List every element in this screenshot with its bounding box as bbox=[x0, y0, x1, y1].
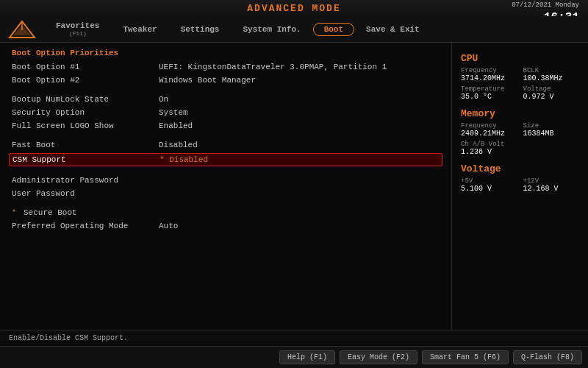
hw-value: 0.972 V bbox=[523, 93, 580, 101]
hw-cell: Temperature35.0 °C bbox=[461, 85, 517, 104]
nav-item-system-info-[interactable]: System Info. bbox=[231, 24, 312, 35]
hw-section-title-memory: Memory bbox=[461, 108, 579, 119]
row-value: Enabled bbox=[159, 121, 193, 130]
nav-label: System Info. bbox=[243, 25, 301, 34]
hw-cell: Voltage0.972 V bbox=[523, 85, 580, 104]
boot-section-title: Boot Option Priorities bbox=[12, 49, 440, 57]
nav-sub: (F11) bbox=[69, 30, 87, 37]
mode-title: ADVANCED MODE bbox=[247, 3, 340, 14]
bottom-buttons: Help (F1)Easy Mode (F2)Smart Fan 5 (F6)Q… bbox=[279, 350, 582, 364]
nav-label: Save & Exit bbox=[366, 25, 420, 34]
bios-row-7: Fast BootDisabled bbox=[12, 138, 440, 152]
row-label: User Password bbox=[12, 189, 159, 198]
hardware-sections: CPUFrequency3714.20MHzBCLK100.38MHzTempe… bbox=[461, 53, 579, 196]
aorus-logo bbox=[6, 18, 38, 40]
hw-label: Frequency bbox=[461, 122, 517, 130]
bottom-btn-2[interactable]: Smart Fan 5 (F6) bbox=[422, 350, 509, 364]
row-value: On bbox=[159, 95, 168, 104]
spacer-row bbox=[12, 168, 440, 174]
bios-row-11: User Password bbox=[12, 187, 440, 200]
hw-section-title-voltage: Voltage bbox=[461, 163, 579, 174]
hw-label: Temperature bbox=[461, 85, 517, 93]
row-value: * Disabled bbox=[159, 155, 208, 164]
hw-grid-memory: Frequency2409.21MHzSize16384MBCh A/B Vol… bbox=[461, 122, 579, 159]
bios-row-1: Boot Option #2Windows Boot Manager bbox=[12, 74, 440, 87]
nav-item-favorites[interactable]: Favorites(F11) bbox=[44, 20, 111, 38]
hw-label: Voltage bbox=[523, 85, 580, 93]
nav-item-tweaker[interactable]: Tweaker bbox=[111, 24, 168, 35]
row-value: Windows Boot Manager bbox=[159, 76, 256, 85]
bios-row-4: Security OptionSystem bbox=[12, 106, 440, 119]
bios-row-8[interactable]: CSM Support* Disabled bbox=[9, 153, 442, 166]
row-label: CSM Support bbox=[12, 155, 159, 164]
bottom-btn-0[interactable]: Help (F1) bbox=[279, 350, 335, 364]
row-value: UEFI: KingstonDataTraveler 3.0PMAP, Part… bbox=[159, 63, 387, 71]
spacer-row bbox=[12, 87, 440, 93]
bios-row-0: Boot Option #1UEFI: KingstonDataTraveler… bbox=[12, 60, 440, 74]
hw-label: Size bbox=[523, 122, 580, 130]
hw-cell: +5V5.100 V bbox=[461, 177, 517, 196]
left-panel: Boot Option Priorities Boot Option #1UEF… bbox=[0, 43, 452, 330]
status-text: Enable/Disable CSM Support. bbox=[9, 334, 128, 342]
bios-row-13: * Secure Boot bbox=[12, 206, 440, 219]
hw-value: 35.0 °C bbox=[461, 93, 517, 101]
row-label: Boot Option #2 bbox=[12, 76, 159, 85]
bottom-bar: Help (F1)Easy Mode (F2)Smart Fan 5 (F6)Q… bbox=[0, 346, 588, 368]
hw-grid-cpu: Frequency3714.20MHzBCLK100.38MHzTemperat… bbox=[461, 67, 579, 104]
row-label: Administrator Password bbox=[12, 176, 159, 185]
row-value: System bbox=[159, 108, 188, 117]
bottom-btn-3[interactable]: Q-Flash (F8) bbox=[513, 350, 582, 364]
bottom-btn-1[interactable]: Easy Mode (F2) bbox=[340, 350, 417, 364]
row-value: Auto bbox=[159, 222, 178, 230]
row-label: Preferred Operating Mode bbox=[12, 222, 159, 230]
top-bar: ADVANCED MODE 07/12/2021 Monday 16:31 bbox=[0, 0, 588, 16]
nav-item-settings[interactable]: Settings bbox=[169, 24, 232, 35]
nav-bar: Favorites(F11)TweakerSettingsSystem Info… bbox=[0, 16, 588, 43]
row-label: Bootup NumLock State bbox=[12, 95, 159, 104]
nav-label: Favorites bbox=[56, 21, 99, 30]
bios-row-5: Full Screen LOGO ShowEnabled bbox=[12, 119, 440, 132]
hw-value: 1.236 V bbox=[461, 148, 517, 156]
spacer-row bbox=[12, 132, 440, 138]
hw-label: Ch A/B Volt bbox=[461, 141, 517, 148]
hw-section-title-cpu: CPU bbox=[461, 53, 579, 64]
hw-cell: Frequency2409.21MHz bbox=[461, 122, 517, 141]
hw-cell: Size16384MB bbox=[523, 122, 580, 141]
main-content: Boot Option Priorities Boot Option #1UEF… bbox=[0, 43, 588, 330]
bios-rows: Boot Option #1UEFI: KingstonDataTraveler… bbox=[12, 60, 440, 233]
row-label: * Secure Boot bbox=[12, 208, 159, 217]
star-icon: * bbox=[12, 209, 21, 217]
nav-label: Tweaker bbox=[123, 25, 157, 34]
hw-cell: BCLK100.38MHz bbox=[523, 67, 580, 85]
hw-value: 5.100 V bbox=[461, 185, 517, 193]
status-bar: Enable/Disable CSM Support. bbox=[0, 330, 588, 346]
hw-label: +5V bbox=[461, 177, 517, 185]
hw-value: 12.168 V bbox=[523, 185, 580, 193]
nav-label: Boot bbox=[324, 25, 343, 34]
hw-cell bbox=[523, 141, 580, 159]
right-panel: CPUFrequency3714.20MHzBCLK100.38MHzTempe… bbox=[452, 43, 588, 330]
nav-items: Favorites(F11)TweakerSettingsSystem Info… bbox=[44, 20, 431, 38]
hw-cell: +12V12.168 V bbox=[523, 177, 580, 196]
hw-grid-voltage: +5V5.100 V+12V12.168 V bbox=[461, 177, 579, 196]
row-label: Full Screen LOGO Show bbox=[12, 121, 159, 130]
bios-row-3: Bootup NumLock StateOn bbox=[12, 93, 440, 106]
nav-label: Settings bbox=[181, 25, 220, 34]
row-label: Boot Option #1 bbox=[12, 63, 159, 71]
hw-cell: Frequency3714.20MHz bbox=[461, 67, 517, 85]
nav-item-save---exit[interactable]: Save & Exit bbox=[354, 24, 431, 35]
hw-value: 100.38MHz bbox=[523, 74, 580, 82]
hw-label: +12V bbox=[523, 177, 580, 185]
hw-value: 16384MB bbox=[523, 130, 580, 138]
row-value: Disabled bbox=[159, 141, 198, 149]
row-label: Security Option bbox=[12, 108, 159, 117]
hw-value: 2409.21MHz bbox=[461, 130, 517, 138]
bios-row-10: Administrator Password bbox=[12, 174, 440, 187]
spacer-row bbox=[12, 200, 440, 206]
date-text: 07/12/2021 Monday bbox=[512, 1, 579, 9]
hw-cell: Ch A/B Volt1.236 V bbox=[461, 141, 517, 159]
hw-label: BCLK bbox=[523, 67, 580, 74]
hw-label: Frequency bbox=[461, 67, 517, 74]
row-label: Fast Boot bbox=[12, 141, 159, 149]
nav-item-boot[interactable]: Boot bbox=[313, 23, 354, 36]
